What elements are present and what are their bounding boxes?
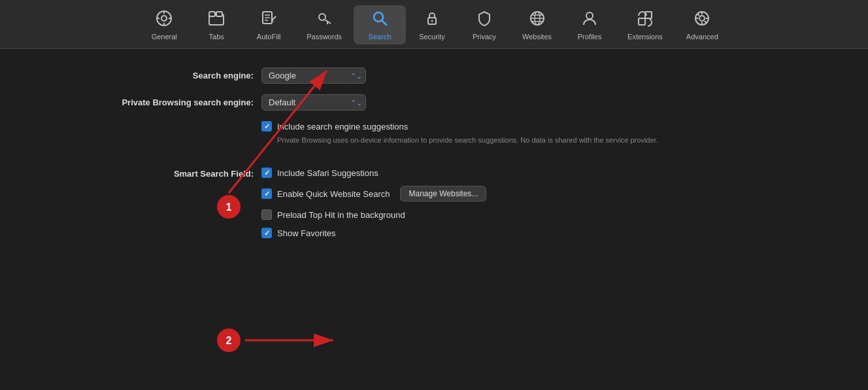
include-suggestions-label: Include search engine suggestions — [277, 122, 408, 132]
private-browsing-row: Private Browsing search engine: Default … — [39, 94, 829, 111]
tab-tabs-label: Tabs — [209, 33, 224, 41]
preload-top-row: Preload Top Hit in the background — [261, 209, 486, 220]
svg-rect-7 — [209, 12, 215, 16]
svg-point-31 — [699, 16, 705, 21]
enable-quick-label: Enable Quick Website Search — [277, 189, 390, 199]
manage-websites-button[interactable]: Manage Websites... — [400, 186, 486, 202]
settings-content: Search engine: Google Bing DuckDuckGo Ec… — [0, 49, 868, 255]
tab-profiles-label: Profiles — [578, 33, 602, 41]
tab-extensions-label: Extensions — [627, 33, 663, 41]
tab-tabs[interactable]: Tabs — [190, 5, 242, 44]
search-engine-select-wrapper: Google Bing DuckDuckGo Ecosia Yahoo — [261, 67, 366, 84]
tab-autofill-label: AutoFill — [257, 33, 281, 41]
toolbar: General Tabs — [0, 0, 868, 49]
websites-icon — [528, 9, 546, 30]
passwords-icon — [315, 9, 333, 30]
tab-websites-label: Websites — [522, 33, 552, 41]
include-safari-row: Include Safari Suggestions — [261, 168, 486, 178]
svg-point-44 — [217, 328, 241, 352]
svg-line-37 — [705, 21, 707, 23]
tab-privacy-label: Privacy — [473, 33, 496, 41]
tab-search-label: Search — [369, 33, 392, 41]
svg-line-36 — [697, 14, 699, 16]
advanced-icon — [693, 9, 711, 30]
show-favorites-checkbox[interactable] — [261, 228, 272, 238]
smart-search-label: Smart Search Field: — [174, 169, 254, 179]
tabs-icon — [207, 9, 225, 30]
general-icon — [155, 9, 173, 30]
search-engine-select[interactable]: Google Bing DuckDuckGo Ecosia Yahoo — [261, 67, 366, 84]
svg-point-27 — [586, 12, 593, 19]
svg-point-1 — [161, 16, 167, 21]
profiles-icon — [580, 9, 599, 30]
preload-top-checkbox[interactable] — [261, 209, 272, 220]
include-safari-label: Include Safari Suggestions — [277, 168, 378, 178]
show-favorites-row: Show Favorites — [261, 228, 486, 238]
tab-autofill[interactable]: AutoFill — [242, 5, 295, 44]
autofill-icon — [259, 9, 278, 30]
smart-search-checkboxes: Include Safari Suggestions Enable Quick … — [261, 168, 486, 242]
search-engine-row: Search engine: Google Bing DuckDuckGo Ec… — [39, 67, 829, 84]
tab-general-label: General — [152, 33, 177, 41]
show-favorites-label: Show Favorites — [277, 228, 336, 238]
private-browsing-select-wrapper: Default Google Bing DuckDuckGo — [261, 94, 366, 111]
search-icon — [371, 9, 389, 30]
svg-point-15 — [319, 14, 326, 20]
extensions-icon — [636, 9, 654, 30]
tab-advanced[interactable]: Advanced — [675, 5, 730, 44]
private-browsing-select[interactable]: Default Google Bing DuckDuckGo — [261, 94, 366, 111]
tab-search[interactable]: Search — [354, 5, 406, 44]
tab-privacy[interactable]: Privacy — [458, 5, 510, 44]
tab-security[interactable]: Security — [406, 5, 458, 44]
smart-search-row: Smart Search Field: Include Safari Sugge… — [39, 168, 829, 242]
tab-passwords-label: Passwords — [307, 33, 342, 41]
private-browsing-label: Private Browsing search engine: — [39, 98, 261, 107]
tab-extensions[interactable]: Extensions — [616, 5, 675, 44]
tab-advanced-label: Advanced — [686, 33, 718, 41]
include-suggestions-row: Include search engine suggestions — [261, 121, 829, 132]
include-safari-checkbox[interactable] — [261, 168, 272, 178]
privacy-icon — [475, 9, 493, 30]
tab-security-label: Security — [419, 33, 445, 41]
svg-rect-8 — [216, 12, 222, 16]
svg-point-21 — [431, 20, 433, 22]
hint-text: Private Browsing uses on-device informat… — [277, 135, 682, 145]
tab-websites[interactable]: Websites — [510, 5, 563, 44]
enable-quick-row: Enable Quick Website Search Manage Websi… — [261, 186, 486, 202]
include-suggestions-checkbox[interactable] — [261, 121, 272, 132]
svg-rect-28 — [639, 18, 645, 25]
enable-quick-checkbox[interactable] — [261, 188, 272, 199]
preload-top-label: Preload Top Hit in the background — [277, 210, 405, 220]
tab-profiles[interactable]: Profiles — [563, 5, 616, 44]
svg-text:2: 2 — [226, 335, 232, 346]
svg-line-19 — [382, 21, 387, 26]
tab-general[interactable]: General — [138, 5, 190, 44]
security-icon — [423, 9, 441, 30]
search-engine-label: Search engine: — [39, 71, 261, 80]
tab-passwords[interactable]: Passwords — [295, 5, 354, 44]
